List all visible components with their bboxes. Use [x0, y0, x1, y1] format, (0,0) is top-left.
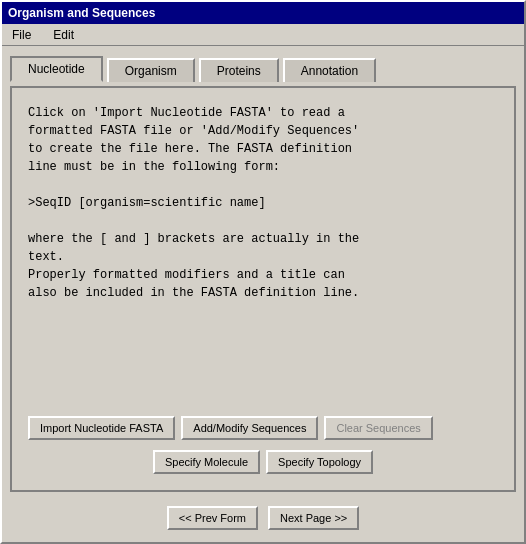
- specify-molecule-button[interactable]: Specify Molecule: [153, 450, 260, 474]
- secondary-button-row: Specify Molecule Specify Topology: [28, 450, 498, 474]
- content-area: Nucleotide Organism Proteins Annotation …: [2, 46, 524, 542]
- menu-file[interactable]: File: [6, 26, 37, 44]
- tab-annotation[interactable]: Annotation: [283, 58, 376, 82]
- import-fasta-button[interactable]: Import Nucleotide FASTA: [28, 416, 175, 440]
- tab-proteins[interactable]: Proteins: [199, 58, 279, 82]
- tab-organism[interactable]: Organism: [107, 58, 195, 82]
- main-window: Organism and Sequences File Edit Nucleot…: [0, 0, 526, 544]
- main-panel: Click on 'Import Nucleotide FASTA' to re…: [10, 86, 516, 492]
- clear-sequences-button: Clear Sequences: [324, 416, 432, 440]
- tab-nucleotide[interactable]: Nucleotide: [10, 56, 103, 82]
- title-bar: Organism and Sequences: [2, 2, 524, 24]
- prev-form-button[interactable]: << Prev Form: [167, 506, 258, 530]
- window-title: Organism and Sequences: [8, 6, 155, 20]
- tabs-row: Nucleotide Organism Proteins Annotation: [10, 54, 516, 80]
- menu-bar: File Edit: [2, 24, 524, 46]
- next-page-button[interactable]: Next Page >>: [268, 506, 359, 530]
- primary-button-row: Import Nucleotide FASTA Add/Modify Seque…: [28, 416, 498, 440]
- menu-edit[interactable]: Edit: [47, 26, 80, 44]
- add-modify-button[interactable]: Add/Modify Sequences: [181, 416, 318, 440]
- bottom-nav: << Prev Form Next Page >>: [10, 498, 516, 534]
- info-text: Click on 'Import Nucleotide FASTA' to re…: [28, 104, 498, 302]
- specify-topology-button[interactable]: Specify Topology: [266, 450, 373, 474]
